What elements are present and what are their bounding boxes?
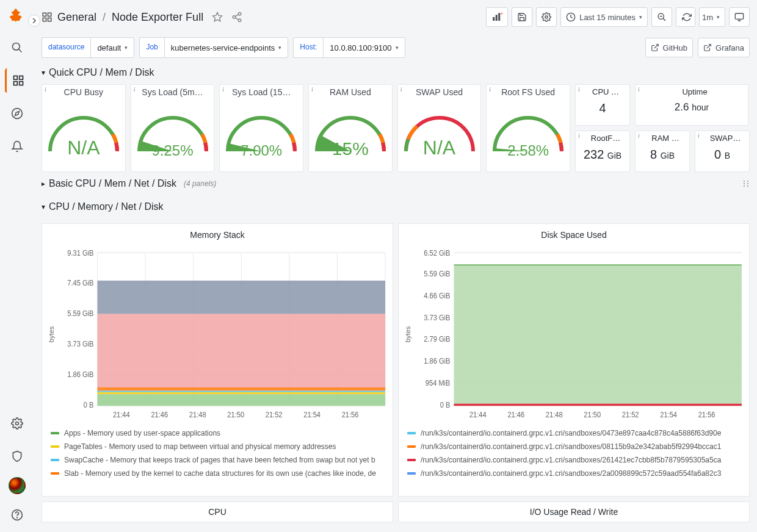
help-icon[interactable] [5, 503, 29, 527]
dashboards-breadcrumb-icon[interactable] [42, 12, 53, 23]
svg-line-20 [236, 18, 239, 20]
info-icon[interactable]: i [578, 86, 580, 93]
legend-item[interactable]: Slab - Memory used by the kernel to cach… [51, 467, 384, 480]
save-button[interactable] [512, 7, 532, 27]
info-icon[interactable]: i [400, 86, 402, 93]
info-icon[interactable]: i [638, 132, 640, 139]
panel-rootfs-total[interactable]: i RootF… 232 GiB [575, 131, 630, 172]
legend-swatch [407, 459, 416, 461]
legend-item[interactable]: /run/k3s/containerd/io.containerd.grpc.v… [407, 467, 741, 480]
refresh-button[interactable] [676, 7, 695, 27]
svg-text:954 MiB: 954 MiB [426, 378, 451, 387]
info-icon[interactable]: i [311, 86, 313, 93]
panel-swap-used[interactable]: i SWAP Used N/A [397, 84, 482, 172]
search-icon[interactable] [5, 35, 29, 60]
legend-item[interactable]: SwapCache - Memory that keeps track of p… [51, 453, 384, 467]
svg-point-35 [744, 181, 745, 182]
grafana-link-label: Grafana [715, 43, 744, 52]
panel-disk-space[interactable]: Disk Space Used bytes 21:4421:4621:4821:… [398, 223, 750, 497]
kiosk-button[interactable] [729, 7, 750, 27]
info-icon[interactable]: i [698, 132, 700, 139]
legend[interactable]: /run/k3s/containerd/io.containerd.grpc.v… [399, 423, 749, 496]
legend-item[interactable]: /run/k3s/containerd/io.containerd.grpc.v… [407, 440, 741, 453]
svg-text:21:56: 21:56 [342, 411, 359, 419]
main: General / Node Exporter Full + [34, 0, 757, 532]
legend-item[interactable]: /run/k3s/containerd/io.containerd.grpc.v… [407, 426, 741, 440]
breadcrumb-dashboard[interactable]: Node Exporter Full [112, 11, 203, 24]
panel-rootfs-used[interactable]: i Root FS Used 2.58% [486, 84, 570, 172]
drag-icon[interactable] [742, 180, 750, 187]
dashboards-icon[interactable] [5, 68, 29, 93]
panel-sys-load-15[interactable]: i Sys Load (15… 7.00% [219, 84, 303, 172]
var-host-select[interactable]: 10.0.80.100:9100 ▾ [323, 37, 405, 58]
breadcrumb: General / Node Exporter Full [57, 11, 203, 24]
panel-memory-stack[interactable]: Memory Stack bytes [42, 223, 393, 497]
panel-title: CPU Busy [42, 85, 125, 97]
svg-rect-81 [454, 265, 742, 406]
svg-point-0 [13, 43, 20, 51]
star-icon[interactable] [212, 12, 223, 23]
chart-area[interactable]: bytes [42, 246, 393, 423]
panel-cpu-busy[interactable]: i CPU Busy N/A [42, 84, 126, 172]
info-icon[interactable]: i [222, 86, 224, 93]
legend[interactable]: Apps - Memory used by user-space applica… [42, 423, 393, 496]
refresh-interval[interactable]: 1m ▾ [699, 7, 725, 27]
sidebar-expand-button[interactable] [28, 15, 40, 27]
user-avatar[interactable] [9, 477, 26, 494]
panel-ram-total[interactable]: i RAM … 8 GiB [635, 131, 690, 172]
panel-uptime[interactable]: i Uptime 2.6 hour [635, 84, 748, 126]
grafana-logo[interactable] [7, 7, 27, 27]
panel-swap-total[interactable]: i SWAP… 0 B [695, 131, 750, 172]
var-job-label: Job [139, 37, 164, 58]
panel-ram-used[interactable]: i RAM Used 15% [308, 84, 393, 172]
var-datasource-value: default [97, 43, 121, 52]
zoom-out-button[interactable] [651, 7, 672, 27]
gauge-value: N/A [400, 137, 479, 159]
var-datasource-select[interactable]: default ▾ [90, 37, 134, 58]
svg-rect-83 [454, 404, 742, 406]
breadcrumb-root[interactable]: General [57, 11, 96, 24]
svg-text:9.31 GiB: 9.31 GiB [67, 248, 93, 257]
info-icon[interactable]: i [489, 86, 491, 93]
var-job-value: kubernetes-service-endpoints [171, 43, 275, 52]
grafana-link[interactable]: Grafana [698, 38, 750, 57]
panel-io-usage[interactable]: I/O Usage Read / Write [398, 501, 750, 522]
legend-item[interactable]: PageTables - Memory used to map between … [51, 440, 384, 453]
svg-text:3.73 GiB: 3.73 GiB [67, 340, 93, 348]
var-host-label: Host: [293, 37, 323, 58]
svg-line-28 [663, 18, 665, 21]
svg-text:6.52 GiB: 6.52 GiB [424, 248, 450, 257]
info-icon[interactable]: i [638, 86, 640, 93]
svg-rect-56 [98, 387, 385, 391]
svg-point-18 [238, 19, 241, 22]
share-icon[interactable] [231, 12, 242, 23]
info-icon[interactable]: i [45, 86, 46, 93]
panel-cpu-cores[interactable]: i CPU … 4 [575, 84, 630, 126]
section-quick[interactable]: ▾ Quick CPU / Mem / Disk [34, 61, 757, 84]
github-link[interactable]: GitHub [645, 38, 693, 57]
section-cpumem[interactable]: ▾ CPU / Memory / Net / Disk [34, 195, 757, 218]
info-icon[interactable]: i [578, 132, 580, 139]
svg-line-33 [654, 45, 657, 48]
gauge-value: 2.58% [488, 142, 568, 159]
alerting-icon[interactable] [5, 134, 29, 159]
legend-label: /run/k3s/containerd/io.containerd.grpc.v… [421, 442, 721, 451]
svg-text:2.79 GiB: 2.79 GiB [424, 335, 450, 343]
explore-icon[interactable] [5, 101, 29, 126]
admin-icon[interactable] [5, 444, 29, 469]
info-icon[interactable]: i [134, 86, 136, 93]
legend-item[interactable]: /run/k3s/containerd/io.containerd.grpc.v… [407, 453, 741, 467]
var-job-select[interactable]: kubernetes-service-endpoints ▾ [164, 37, 289, 58]
legend-item[interactable]: Apps - Memory used by user-space applica… [51, 426, 384, 440]
panel-sys-load-5[interactable]: i Sys Load (5m… 9.25% [131, 84, 215, 172]
var-datasource-label: datasource [42, 37, 90, 58]
stat-title: RootF… [576, 131, 629, 143]
time-picker[interactable]: Last 15 minutes ▾ [560, 7, 648, 27]
gauge-value: N/A [44, 137, 123, 159]
chart-area[interactable]: bytes 21:4421:4621:4821:5021:5221:5421:5… [399, 246, 749, 423]
settings-button[interactable] [536, 7, 557, 27]
configuration-icon[interactable] [5, 411, 29, 436]
panel-cpu[interactable]: CPU [42, 501, 393, 522]
add-panel-button[interactable]: + [486, 7, 508, 27]
section-basic[interactable]: ▸ Basic CPU / Mem / Net / Disk (4 panels… [34, 172, 757, 195]
